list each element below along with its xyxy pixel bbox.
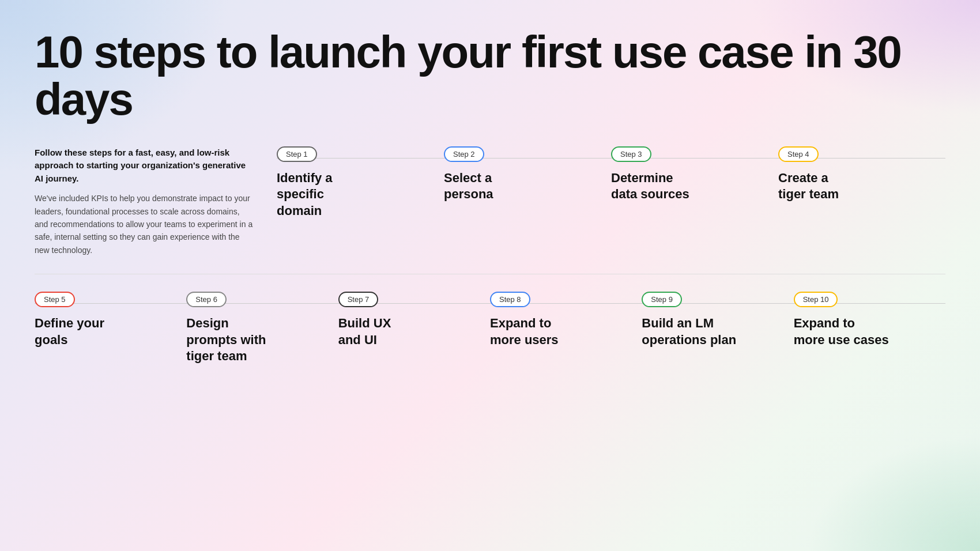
step-title-6: Designprompts withtiger team: [186, 315, 266, 365]
steps-row-1: Step 1 Identify aspecificdomain Step 2 S…: [277, 146, 945, 220]
top-row: Follow these steps for a fast, easy, and…: [35, 146, 945, 274]
description-column: Follow these steps for a fast, easy, and…: [35, 146, 277, 256]
step-badge-2: Step 2: [444, 146, 484, 162]
step-title-5: Define yourgoals: [35, 315, 104, 348]
step-item-1: Step 1 Identify aspecificdomain: [277, 146, 444, 220]
page-title: 10 steps to launch your first use case i…: [35, 29, 945, 123]
step-title-4: Create atiger team: [778, 170, 839, 203]
content-area: Follow these steps for a fast, easy, and…: [35, 146, 945, 528]
step-item-4: Step 4 Create atiger team: [778, 146, 945, 203]
step-badge-1: Step 1: [277, 146, 317, 162]
step-badge-8: Step 8: [490, 292, 530, 307]
step-badge-7: Step 7: [338, 292, 379, 307]
step-item-3: Step 3 Determinedata sources: [611, 146, 778, 203]
step-title-1: Identify aspecificdomain: [277, 170, 333, 220]
step-title-3: Determinedata sources: [611, 170, 689, 203]
step-item-10: Step 10 Expand tomore use cases: [794, 292, 945, 348]
step-title-9: Build an LMoperations plan: [642, 315, 736, 348]
description-normal: We've included KPIs to help you demonstr…: [35, 192, 254, 256]
description-bold: Follow these steps for a fast, easy, and…: [35, 146, 254, 186]
step-item-7: Step 7 Build UXand UI: [338, 292, 490, 348]
bottom-row: Step 5 Define yourgoals Step 6 Designpro…: [35, 274, 945, 365]
step-item-9: Step 9 Build an LMoperations plan: [642, 292, 793, 348]
step-title-7: Build UXand UI: [338, 315, 391, 348]
step-badge-9: Step 9: [642, 292, 682, 307]
step-title-8: Expand tomore users: [490, 315, 559, 348]
step-badge-6: Step 6: [186, 292, 227, 307]
step-item-6: Step 6 Designprompts withtiger team: [186, 292, 338, 365]
step-badge-5: Step 5: [35, 292, 75, 307]
step-item-5: Step 5 Define yourgoals: [35, 292, 186, 348]
step-item-2: Step 2 Select apersona: [444, 146, 611, 203]
step-badge-10: Step 10: [794, 292, 838, 307]
main-container: 10 steps to launch your first use case i…: [0, 0, 980, 551]
step-title-2: Select apersona: [444, 170, 493, 203]
step-title-10: Expand tomore use cases: [794, 315, 889, 348]
step-badge-3: Step 3: [611, 146, 651, 162]
step-item-8: Step 8 Expand tomore users: [490, 292, 642, 348]
step-badge-4: Step 4: [778, 146, 819, 162]
